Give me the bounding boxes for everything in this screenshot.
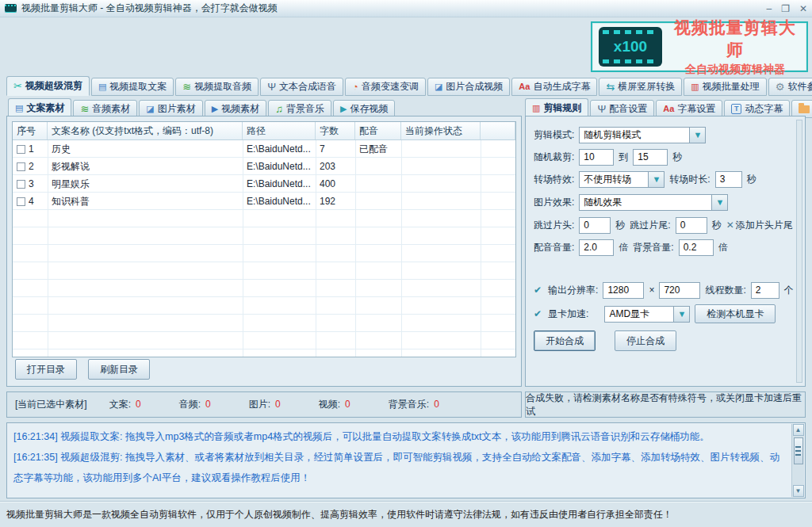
tab-extract-text[interactable]: ▤ 视频提取文案 — [91, 78, 174, 96]
resolution-height-input[interactable]: 720 — [659, 282, 700, 299]
chevron-down-icon[interactable]: ▼ — [712, 194, 728, 211]
log-scrollbar[interactable]: ▲ ▼ — [791, 424, 804, 497]
microphone-icon: Ψ — [267, 82, 276, 92]
row-index: 3 — [29, 178, 34, 189]
multiply-sign: × — [649, 285, 654, 296]
tab-label: 视频超级混剪 — [25, 79, 82, 93]
music-note-icon: ♫ — [275, 104, 283, 114]
chevron-down-icon[interactable]: ▼ — [649, 171, 665, 188]
table-row[interactable]: 1 历史 E:\BaiduNetd... 7 已配音 — [13, 140, 515, 158]
chevron-down-icon[interactable]: ▼ — [690, 127, 706, 143]
tab-label: 软件参数设置 — [787, 80, 812, 94]
tab-label: 剪辑规则 — [543, 101, 581, 115]
skip-tail-label: 跳过片尾: — [630, 219, 670, 232]
table-body: 1 历史 E:\BaiduNetd... 7 已配音 2 影视解说 E:\Bai… — [13, 140, 515, 357]
image-effect-select[interactable]: 随机效果 ▼ — [579, 194, 728, 211]
times-unit: 倍 — [718, 241, 728, 254]
clip-mode-select[interactable]: 随机剪辑模式 ▼ — [579, 127, 706, 143]
col-header-voice[interactable]: 配音 — [355, 122, 401, 139]
col-header-path[interactable]: 路径 — [243, 122, 316, 139]
random-cut-label: 随机裁剪: — [534, 151, 574, 164]
tab-orientation-convert[interactable]: ⇆ 横屏竖屏转换 — [599, 78, 682, 96]
synthesis-warning-bar: 合成失败，请检测素材名称是否有特殊符号，或关闭显卡加速后重试 — [525, 391, 806, 418]
row-path: E:\BaiduNetd... — [243, 161, 316, 172]
table-row[interactable]: 4 知识科普 E:\BaiduNetd... 192 — [13, 193, 515, 210]
stop-synthesis-button[interactable]: 停止合成 — [615, 330, 676, 351]
tab-auto-subtitles[interactable]: Aa 自动生成字幕 — [511, 78, 597, 96]
col-header-index[interactable]: 序号 — [13, 122, 48, 139]
bg-volume-input[interactable]: 0.2 — [679, 239, 714, 256]
selection-status-bar: [当前已选中素材] 文案:0 音频:0 图片:0 视频:0 背景音乐:0 — [6, 391, 522, 418]
threads-unit: 个 — [784, 284, 794, 297]
log-line: [16:21:35] 视频超级混剪: 拖拽导入素材、或者将素材放到相关目录，经过… — [13, 447, 784, 488]
gpu-select[interactable]: AMD显卡 ▼ — [604, 306, 690, 323]
seconds-unit: 秒 — [712, 219, 722, 232]
chevron-down-icon[interactable]: ▼ — [674, 306, 690, 323]
resolution-width-input[interactable]: 1280 — [603, 282, 644, 299]
selected-video-count: 视频:0 — [319, 398, 350, 411]
tab-extract-audio[interactable]: ≋ 视频提取音频 — [175, 78, 259, 96]
tab-label: 文本合成语音 — [279, 80, 336, 94]
tab-text-to-speech[interactable]: Ψ 文本合成语音 — [260, 78, 343, 96]
clip-rules-icon: ▥ — [532, 104, 540, 113]
transition-select[interactable]: 不使用转场 ▼ — [579, 171, 665, 188]
microphone-icon: Ψ — [597, 104, 606, 114]
table-row[interactable]: 2 影视解说 E:\BaiduNetd... 203 — [13, 158, 515, 175]
col-header-status[interactable]: 当前操作状态 — [401, 122, 481, 139]
transition-value: 不使用转场 — [579, 171, 649, 188]
play-icon: ▶ — [212, 105, 218, 113]
row-checkbox[interactable] — [17, 180, 25, 189]
tab-batch-process[interactable]: ▥ 视频批量处理 — [684, 78, 766, 96]
tab-settings[interactable]: ⚙ 软件参数设置 — [768, 78, 812, 96]
random-cut-to-input[interactable]: 15 — [633, 149, 668, 166]
col-header-name[interactable]: 文案名称 (仅支持txt格式，编码：utf-8) — [48, 122, 243, 139]
row-checkbox[interactable] — [17, 162, 25, 171]
subtitle-aa-icon: Aa — [519, 82, 530, 91]
skip-head-input[interactable]: 0 — [579, 217, 611, 234]
count-value: 0 — [205, 399, 211, 410]
threads-input[interactable]: 2 — [751, 282, 779, 299]
tab-video-super-mix[interactable]: ✂ 视频超级混剪 — [6, 76, 90, 96]
banner-title: 视频批量剪辑大师 — [670, 17, 800, 61]
add-headtail-label[interactable]: 添加片头片尾 — [736, 219, 793, 232]
scroll-down-icon[interactable]: ▼ — [793, 485, 804, 497]
row-path: E:\BaiduNetd... — [243, 196, 316, 207]
detect-gpu-button[interactable]: 检测本机显卡 — [695, 304, 776, 323]
row-checkbox[interactable] — [17, 197, 25, 206]
tab-audio-speed-pitch[interactable]: ◔ 音频变速变调 — [345, 78, 426, 96]
panel-scrollbar[interactable] — [796, 120, 802, 383]
checkmark-icon[interactable]: ✔ — [534, 285, 542, 296]
maximize-button[interactable]: ❐ — [781, 1, 790, 17]
row-path: E:\BaiduNetd... — [243, 143, 316, 155]
transition-duration-input[interactable]: 3 — [715, 171, 742, 188]
minimize-button[interactable]: – — [766, 1, 772, 17]
tab-image-to-video[interactable]: ◪ 图片合成视频 — [427, 78, 510, 96]
start-synthesis-button[interactable]: 开始合成 — [534, 330, 596, 351]
row-words: 400 — [316, 178, 355, 189]
open-directory-button[interactable]: 打开目录 — [15, 359, 77, 380]
brand-banner: x100 视频批量剪辑大师 全自动视频剪辑神器 — [591, 21, 808, 72]
random-cut-from-input[interactable]: 10 — [579, 149, 614, 166]
count-value: 0 — [136, 399, 141, 410]
tab-label: 音频素材 — [92, 102, 130, 116]
cross-icon[interactable]: ✕ — [726, 220, 734, 231]
col-header-words[interactable]: 字数 — [316, 122, 355, 139]
selected-audio-count: 音频:0 — [179, 398, 211, 411]
skip-tail-input[interactable]: 0 — [676, 217, 707, 234]
gpu-value: AMD显卡 — [604, 306, 674, 323]
count-value: 0 — [345, 399, 350, 410]
tab-label: 图片素材 — [158, 102, 196, 116]
table-row[interactable]: 3 明星娱乐 E:\BaiduNetd... 400 — [13, 175, 515, 193]
window-title: 视频批量剪辑大师 - 全自动视频剪辑神器，会打字就会做视频 — [21, 2, 278, 15]
refresh-directory-button[interactable]: 刷新目录 — [88, 359, 150, 380]
checkmark-icon[interactable]: ✔ — [534, 308, 542, 319]
scrollbar-thumb[interactable] — [794, 437, 803, 464]
close-button[interactable]: ✕ — [799, 1, 807, 17]
scroll-up-icon[interactable]: ▲ — [793, 424, 804, 436]
seconds-unit: 秒 — [615, 219, 625, 232]
row-checkbox[interactable] — [17, 145, 25, 154]
selected-music-count: 背景音乐:0 — [389, 398, 439, 411]
voice-volume-input[interactable]: 2.0 — [579, 239, 614, 256]
transition-label: 转场特效: — [534, 173, 574, 186]
tab-label: 视频提取音频 — [194, 80, 251, 94]
